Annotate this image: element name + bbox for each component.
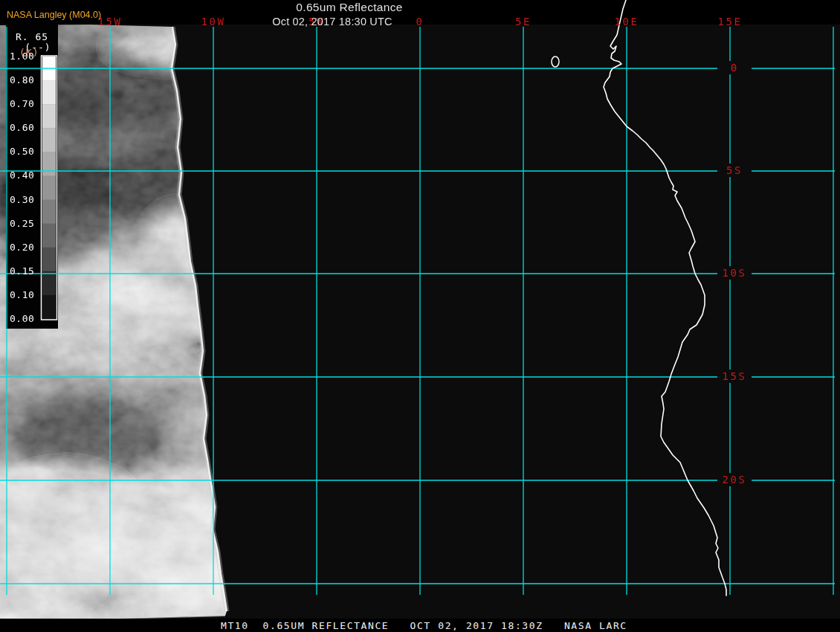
colorbar-tick-label: 0.30 xyxy=(10,194,41,205)
status-bar-text: MT10 0.65UM REFLECTANCE OCT 02, 2017 18:… xyxy=(221,620,627,631)
latitude-label: 0 xyxy=(717,61,752,74)
latitude-label: 10S xyxy=(717,266,752,280)
colorbar-tick-label: 0.00 xyxy=(10,313,41,324)
colorbar-tick-label: 0.25 xyxy=(10,218,41,229)
colorbar-tick-label: 0.60 xyxy=(10,122,41,133)
colorbar-tick-label: 0.70 xyxy=(10,98,41,109)
longitude-label: 15E xyxy=(709,16,751,28)
colorbar-strip xyxy=(42,57,56,320)
colorbar-band xyxy=(42,200,56,225)
colorbar-band xyxy=(42,128,56,152)
colorbar-tick-label: 0.40 xyxy=(10,170,41,181)
colorbar-band xyxy=(42,152,56,176)
colorbar-band xyxy=(42,80,56,105)
colorbar-band xyxy=(42,295,56,320)
colorbar-band xyxy=(42,175,56,200)
latitude-label: 5S xyxy=(717,164,752,177)
colorbar-title: R. 65 xyxy=(6,31,58,42)
latitude-label: 15S xyxy=(717,370,752,383)
status-bar: MT10 0.65UM REFLECTANCE OCT 02, 2017 18:… xyxy=(0,619,840,632)
colorbar-tick-label: 0.80 xyxy=(10,74,41,86)
colorbar-tick-label: 0.20 xyxy=(10,242,41,253)
colorbar-band xyxy=(42,104,56,129)
colorbar-tick-label: 1.00 xyxy=(10,51,41,62)
latitude-label: 20S xyxy=(717,473,752,486)
satellite-viewer: 15W10W5W05E10E15E 05S10S15S20S R. 65 (--… xyxy=(0,0,840,632)
title-line1: 0.65um Reflectance xyxy=(0,1,699,14)
colorbar-band xyxy=(42,271,56,296)
colorbar-tick-label: 0.15 xyxy=(10,265,41,277)
colorbar-tick-label: 0.10 xyxy=(10,289,41,300)
colorbar-band xyxy=(42,224,56,248)
colorbar-band xyxy=(42,248,56,272)
colorbar-tick-label: 0.50 xyxy=(10,146,41,157)
map-canvas xyxy=(0,0,840,632)
title-line2: Oct 02, 2017 18:30 UTC xyxy=(0,16,665,28)
